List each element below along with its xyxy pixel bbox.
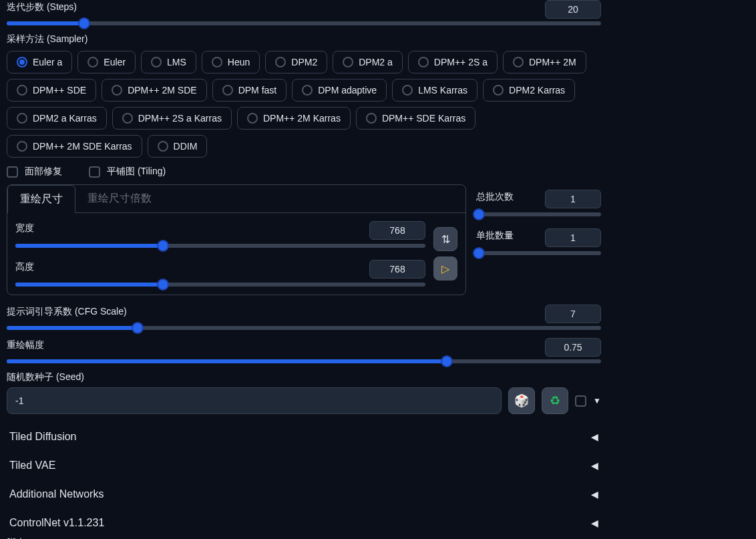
sampler-option[interactable]: DPM++ 2M SDE Karras bbox=[7, 135, 142, 158]
radio-icon bbox=[17, 57, 27, 67]
seed-extra-checkbox[interactable] bbox=[575, 395, 586, 407]
chevron-left-icon: ◀ bbox=[591, 518, 598, 528]
sampler-option-label: DPM++ SDE bbox=[33, 85, 86, 96]
chevron-left-icon: ◀ bbox=[591, 431, 598, 442]
sampler-option[interactable]: DPM2 a bbox=[333, 51, 403, 73]
batch-size-value[interactable]: 1 bbox=[545, 228, 601, 247]
sampler-option[interactable]: DPM fast bbox=[212, 79, 287, 102]
steps-label: 迭代步数 (Steps) bbox=[7, 1, 77, 13]
seed-input[interactable] bbox=[7, 387, 502, 414]
dice-icon: 🎲 bbox=[514, 393, 529, 408]
sampler-option-label: DDIM bbox=[174, 141, 198, 152]
sampler-option-label: DPM++ 2M bbox=[529, 57, 576, 67]
batch-count-value[interactable]: 1 bbox=[545, 190, 601, 208]
radio-icon bbox=[302, 85, 313, 96]
sampler-option[interactable]: LMS Karras bbox=[392, 79, 478, 102]
sampler-option-label: DPM2 a Karras bbox=[33, 113, 97, 124]
radio-icon bbox=[493, 85, 504, 96]
checkbox-icon bbox=[89, 166, 100, 178]
chevron-left-icon: ◀ bbox=[591, 460, 598, 471]
sampler-option[interactable]: DPM++ 2S a bbox=[408, 51, 498, 73]
sampler-option[interactable]: DPM++ 2M SDE bbox=[102, 79, 206, 102]
cursor-icon: ▷ bbox=[441, 262, 449, 275]
width-label: 宽度 bbox=[15, 222, 34, 234]
chevron-left-icon: ◀ bbox=[591, 489, 598, 500]
sampler-option-label: DPM++ 2S a bbox=[434, 57, 488, 67]
sampler-option-label: LMS Karras bbox=[418, 85, 467, 96]
steps-slider[interactable] bbox=[7, 21, 601, 25]
random-seed-button[interactable]: 🎲 bbox=[508, 387, 535, 414]
accordion-header[interactable]: Additional Networks◀ bbox=[7, 480, 601, 508]
recycle-icon: ♻ bbox=[550, 393, 560, 408]
reuse-seed-button[interactable]: ♻ bbox=[542, 387, 568, 414]
seed-label: 随机数种子 (Seed) bbox=[7, 371, 601, 383]
sampler-option[interactable]: DPM++ 2M Karras bbox=[237, 107, 351, 130]
sampler-option-label: DPM++ 2S a Karras bbox=[138, 113, 222, 124]
radio-icon bbox=[158, 141, 168, 152]
sampler-option-label: DPM2 a bbox=[359, 57, 393, 67]
swap-dimensions-button[interactable]: ⇅ bbox=[433, 227, 457, 251]
swap-icon: ⇅ bbox=[441, 233, 450, 246]
sampler-option[interactable]: Euler a bbox=[7, 51, 72, 73]
sampler-option[interactable]: DPM++ 2M bbox=[503, 51, 586, 73]
sampler-option-label: DPM++ 2M SDE bbox=[128, 85, 196, 96]
sampler-option-label: DPM fast bbox=[238, 85, 277, 96]
denoise-label: 重绘幅度 bbox=[7, 339, 44, 351]
aspect-tool-button[interactable]: ▷ bbox=[433, 256, 457, 281]
sampler-option-label: DPM2 bbox=[291, 57, 317, 67]
sampler-option[interactable]: Heun bbox=[202, 51, 260, 73]
sampler-option-label: Heun bbox=[228, 57, 250, 67]
denoise-value[interactable]: 0.75 bbox=[545, 338, 601, 357]
face-restore-label: 面部修复 bbox=[25, 166, 62, 178]
sampler-option[interactable]: DPM2 a Karras bbox=[7, 107, 107, 130]
face-restore-checkbox[interactable]: 面部修复 bbox=[7, 166, 62, 178]
accordion-title: Tiled Diffusion bbox=[9, 431, 77, 443]
sampler-option[interactable]: DPM++ SDE Karras bbox=[356, 107, 476, 130]
tab-resize[interactable]: 重绘尺寸 bbox=[7, 185, 75, 213]
tab-resize-multiplier[interactable]: 重绘尺寸倍数 bbox=[75, 185, 164, 212]
sampler-option[interactable]: DPM adaptive bbox=[292, 79, 387, 102]
cfg-slider[interactable] bbox=[7, 326, 601, 330]
checkbox-icon bbox=[7, 166, 18, 178]
height-slider[interactable] bbox=[15, 283, 425, 287]
batch-count-label: 总批次数 bbox=[476, 191, 514, 203]
radio-icon bbox=[222, 85, 233, 96]
sampler-option[interactable]: DPM2 Karras bbox=[483, 79, 575, 102]
denoise-slider[interactable] bbox=[7, 359, 601, 363]
sampler-option-label: Euler a bbox=[33, 57, 62, 67]
radio-icon bbox=[343, 57, 353, 67]
sampler-option[interactable]: DPM2 bbox=[265, 51, 327, 73]
accordion-header[interactable]: Tiled VAE◀ bbox=[7, 451, 601, 480]
sampler-option[interactable]: Euler bbox=[77, 51, 136, 73]
sampler-option-label: DPM++ SDE Karras bbox=[382, 113, 465, 124]
batch-size-label: 单批数量 bbox=[476, 230, 514, 242]
sampler-option[interactable]: LMS bbox=[141, 51, 196, 73]
width-slider[interactable] bbox=[15, 244, 425, 248]
cfg-value[interactable]: 7 bbox=[545, 305, 601, 323]
radio-icon bbox=[17, 85, 27, 96]
cfg-label: 提示词引导系数 (CFG Scale) bbox=[7, 306, 127, 318]
radio-icon bbox=[122, 113, 133, 124]
resize-panel: 重绘尺寸 重绘尺寸倍数 宽度 768 bbox=[7, 184, 466, 295]
sampler-options: Euler aEulerLMSHeunDPM2DPM2 aDPM++ 2S aD… bbox=[7, 51, 601, 158]
radio-icon bbox=[17, 113, 27, 124]
radio-icon bbox=[17, 141, 27, 152]
sampler-option-label: DPM adaptive bbox=[318, 85, 377, 96]
accordion-header[interactable]: Tiled Diffusion◀ bbox=[7, 422, 601, 451]
sampler-option[interactable]: DPM++ 2S a Karras bbox=[112, 107, 232, 130]
tiling-checkbox[interactable]: 平铺图 (Tiling) bbox=[89, 166, 166, 178]
accordion-title: ControlNet v1.1.231 bbox=[9, 517, 104, 529]
batch-size-slider[interactable] bbox=[476, 251, 601, 255]
steps-value[interactable]: 20 bbox=[545, 0, 601, 19]
radio-icon bbox=[151, 57, 162, 67]
accordion-title: Additional Networks bbox=[9, 488, 104, 500]
height-label: 高度 bbox=[15, 261, 34, 273]
seed-expand-caret[interactable]: ▼ bbox=[593, 396, 601, 405]
height-value[interactable]: 768 bbox=[369, 260, 425, 279]
sampler-label: 采样方法 (Sampler) bbox=[7, 33, 601, 45]
batch-count-slider[interactable] bbox=[476, 212, 601, 216]
sampler-option[interactable]: DPM++ SDE bbox=[7, 79, 96, 102]
accordion-header[interactable]: ControlNet v1.1.231◀ bbox=[7, 508, 601, 537]
width-value[interactable]: 768 bbox=[369, 221, 425, 240]
sampler-option[interactable]: DDIM bbox=[148, 135, 208, 158]
